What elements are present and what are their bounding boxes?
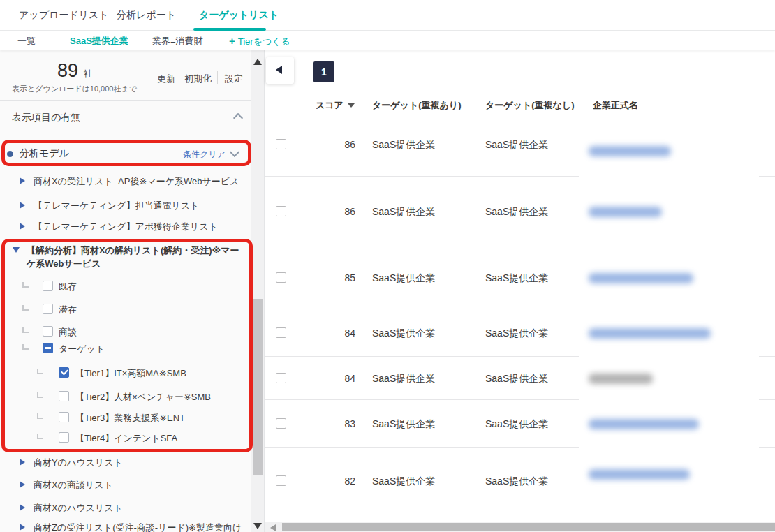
settings-button[interactable]: 設定 — [225, 73, 243, 85]
tab-target-list[interactable]: ターゲットリスト — [199, 9, 279, 22]
table-rows: 86SaaS提供企業SaaS提供企業86SaaS提供企業SaaS提供企業85Sa… — [265, 112, 775, 515]
row-checkbox[interactable] — [276, 206, 286, 216]
company-name-link-blurred[interactable] — [589, 419, 699, 429]
create-tier-button[interactable]: +Tierをつくる — [229, 35, 290, 48]
sidebar-divider — [0, 100, 251, 101]
row-checkbox[interactable] — [276, 327, 286, 338]
target-list-table: 1 スコア ターゲット(重複あり) ターゲット(重複なし) 企業正式名 86Sa… — [264, 50, 775, 532]
column-header-score[interactable]: スコア — [316, 99, 344, 112]
tree-item[interactable]: 商材Xの受注リスト_AP後※マーケ系Webサービス — [20, 175, 243, 189]
sidebar-scrollbar-thumb[interactable] — [253, 299, 263, 475]
company-name-link-blurred[interactable] — [589, 374, 653, 384]
row-checkbox[interactable] — [276, 475, 286, 486]
page-number-badge[interactable]: 1 — [313, 61, 334, 82]
target-dup-value: SaaS提供企業 — [372, 418, 435, 431]
sort-caret-icon[interactable] — [348, 103, 355, 108]
tree-item[interactable]: 商材Xのハウスリスト — [20, 502, 243, 515]
tab-upload-list[interactable]: アップロードリスト — [19, 9, 109, 22]
tree-item[interactable]: 既存 — [0, 281, 246, 294]
tree-item-label: ターゲット — [59, 343, 246, 356]
reset-button[interactable]: 初期化 — [184, 73, 212, 85]
chevron-down-icon[interactable] — [230, 147, 239, 157]
row-checkbox[interactable] — [276, 139, 286, 149]
scroll-left-icon[interactable] — [270, 524, 276, 531]
analysis-model-section-label: 分析モデル — [20, 147, 69, 160]
subtab-saas-list[interactable]: SaaS提供企業 — [70, 35, 128, 47]
checkbox-unchecked[interactable] — [59, 432, 69, 443]
checkbox-unchecked[interactable] — [43, 326, 53, 337]
score-value: 83 — [300, 418, 355, 429]
tree-item-label: 【Tier4】インテントSFA — [75, 432, 246, 445]
company-name-link-blurred[interactable] — [589, 273, 693, 283]
refresh-button[interactable]: 更新 — [157, 73, 175, 85]
column-header-target-dup[interactable]: ターゲット(重複あり) — [372, 99, 462, 112]
company-name-link-blurred[interactable] — [589, 146, 671, 156]
column-header-target-uniq[interactable]: ターゲット(重複なし) — [485, 99, 575, 112]
row-checkbox[interactable] — [276, 272, 286, 283]
checkbox-indeterminate[interactable] — [43, 343, 53, 353]
target-dup-value: SaaS提供企業 — [372, 206, 435, 219]
tree-item[interactable]: 【Tier3】業務支援系※ENT — [0, 412, 246, 425]
tree-item-label: 【テレマーケティング】担当通電リスト — [34, 200, 243, 213]
tree-expand-icon[interactable] — [20, 202, 25, 209]
subtab-industry-filter[interactable]: 業界=消費財 — [152, 35, 203, 47]
tree-item[interactable]: 潜在 — [0, 304, 246, 317]
tree-expand-icon[interactable] — [20, 524, 25, 531]
scroll-down-icon[interactable] — [253, 523, 262, 529]
checkbox-unchecked[interactable] — [43, 304, 53, 314]
tree-expand-icon[interactable] — [20, 177, 25, 184]
target-dup-value: SaaS提供企業 — [372, 373, 435, 385]
tree-item[interactable]: 【Tier2】人材×ベンチャー※SMB — [0, 391, 246, 404]
collapse-sidebar-button[interactable] — [266, 57, 294, 84]
scroll-up-icon[interactable] — [253, 59, 262, 65]
checkbox-unchecked[interactable] — [43, 281, 53, 291]
clear-conditions-link[interactable]: 条件クリア — [183, 149, 226, 161]
tree-expand-icon[interactable] — [20, 481, 25, 488]
tree-item[interactable]: ターゲット — [0, 343, 246, 356]
checkbox-unchecked[interactable] — [59, 412, 69, 422]
tree-collapse-icon[interactable] — [13, 247, 20, 253]
tree-item[interactable]: 商談 — [0, 326, 246, 339]
score-value: 84 — [300, 373, 355, 384]
target-uniq-value: SaaS提供企業 — [485, 327, 548, 340]
tree-connector-icon — [37, 392, 43, 398]
top-nav: アップロードリスト 分析レポート ターゲットリスト — [0, 0, 775, 31]
tree-expand-icon[interactable] — [20, 223, 25, 230]
tab-analysis-report[interactable]: 分析レポート — [117, 9, 176, 22]
tree-item[interactable]: 【Tier4】インテントSFA — [0, 432, 246, 445]
company-count-unit: 社 — [84, 68, 93, 79]
chevron-up-icon[interactable] — [233, 113, 243, 123]
row-checkbox[interactable] — [276, 373, 286, 383]
tree-item[interactable]: 商材Zの受注リスト(受注-商談-リード)※製造業向けソ — [20, 522, 243, 532]
tree-item[interactable]: 【Tier1】IT×高額MA※SMB — [0, 367, 246, 380]
row-checkbox[interactable] — [276, 418, 286, 429]
column-header-company[interactable]: 企業正式名 — [593, 99, 638, 112]
tree-expand-icon[interactable] — [20, 504, 25, 511]
company-name-link-blurred[interactable] — [589, 207, 662, 217]
tree-connector-icon — [37, 369, 43, 374]
display-limit-note: 表示とダウンロードは10,000社まで — [12, 84, 137, 94]
tree-item[interactable]: 【解約分析】商材Xの解約リスト(解約・受注)※マーケ系Webサービス — [13, 244, 244, 271]
horizontal-scrollbar-thumb[interactable] — [282, 523, 775, 531]
company-name-privacy-mask — [579, 438, 759, 510]
tree-connector-icon — [37, 434, 43, 439]
company-name-link-blurred[interactable] — [589, 328, 711, 339]
company-name-link-blurred[interactable] — [589, 469, 690, 480]
score-value: 85 — [300, 272, 355, 283]
tree-item[interactable]: 商材Yのハウスリスト — [20, 457, 243, 470]
subtab-list-all[interactable]: 一覧 — [17, 35, 36, 47]
tree-expand-icon[interactable] — [20, 459, 25, 466]
tree-item[interactable]: 【テレマーケティング】アポ獲得企業リスト — [20, 221, 243, 234]
tree-item[interactable]: 【テレマーケティング】担当通電リスト — [20, 200, 243, 213]
checkbox-checked[interactable] — [59, 367, 69, 378]
sidebar-scrollbar[interactable] — [251, 50, 264, 532]
checkbox-unchecked[interactable] — [59, 391, 69, 401]
plus-icon: + — [229, 35, 235, 47]
table-horizontal-scrollbar[interactable] — [265, 522, 775, 532]
analysis-model-bullet-icon — [7, 151, 13, 157]
tree-item-label: 【Tier3】業務支援系※ENT — [75, 412, 246, 425]
score-value: 86 — [300, 139, 355, 150]
tree-item[interactable]: 商材Xの商談リスト — [20, 479, 243, 492]
tree-item-label: 商談 — [59, 326, 246, 339]
tree-item-label: 商材Yのハウスリスト — [34, 457, 243, 470]
